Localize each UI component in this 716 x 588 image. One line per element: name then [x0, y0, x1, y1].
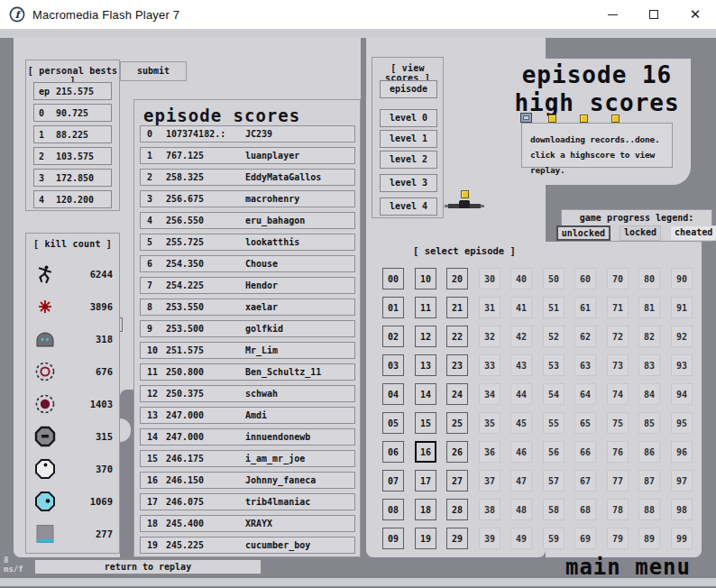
maximize-button[interactable] — [633, 0, 675, 29]
episode-cell-87[interactable]: 87 — [638, 470, 660, 492]
episode-cell-11[interactable]: 11 — [415, 297, 436, 318]
episode-cell-91[interactable]: 91 — [671, 297, 693, 318]
episode-cell-00[interactable]: 00 — [382, 268, 404, 289]
score-row[interactable]: 12250.375schwah — [140, 385, 355, 402]
episode-cell-18[interactable]: 18 — [415, 499, 436, 520]
episode-cell-75[interactable]: 75 — [607, 412, 629, 434]
episode-cell-77[interactable]: 77 — [607, 470, 629, 492]
score-row[interactable]: 6254.350Chouse — [140, 255, 355, 272]
episode-cell-40[interactable]: 40 — [510, 268, 532, 289]
episode-cell-50[interactable]: 50 — [543, 268, 565, 289]
minimize-button[interactable] — [592, 0, 633, 29]
score-row[interactable]: 13247.000Amdi — [140, 407, 355, 424]
episode-cell-56[interactable]: 56 — [543, 441, 565, 463]
episode-cell-65[interactable]: 65 — [574, 412, 596, 434]
episode-cell-59[interactable]: 59 — [543, 528, 565, 549]
episode-cell-96[interactable]: 96 — [671, 441, 693, 463]
episode-cell-26[interactable]: 26 — [446, 441, 468, 463]
episode-cell-88[interactable]: 88 — [638, 499, 660, 520]
episode-cell-05[interactable]: 05 — [382, 412, 404, 434]
score-row[interactable]: 10251.575Mr_Lim — [140, 342, 355, 359]
episode-cell-81[interactable]: 81 — [638, 297, 660, 318]
score-row[interactable]: 2258.325EddyMataGallos — [140, 169, 355, 186]
episode-cell-17[interactable]: 17 — [415, 470, 436, 492]
episode-cell-90[interactable]: 90 — [671, 268, 693, 289]
view-episode-button[interactable]: episode — [380, 80, 437, 98]
episode-cell-76[interactable]: 76 — [607, 441, 629, 463]
episode-cell-44[interactable]: 44 — [510, 383, 532, 405]
episode-cell-14[interactable]: 14 — [415, 383, 436, 405]
episode-cell-37[interactable]: 37 — [479, 470, 500, 492]
episode-cell-64[interactable]: 64 — [574, 383, 596, 405]
episode-cell-20[interactable]: 20 — [446, 268, 468, 289]
score-row[interactable]: 18245.400XRAYX — [140, 515, 355, 532]
episode-cell-68[interactable]: 68 — [574, 499, 596, 520]
score-row[interactable]: 15246.175i_am_mr_joe — [140, 450, 355, 467]
score-row[interactable]: 14247.000innuendonewb — [140, 428, 355, 446]
episode-cell-74[interactable]: 74 — [607, 383, 629, 405]
episode-cell-03[interactable]: 03 — [382, 354, 404, 376]
score-row[interactable]: 17246.075trib4lmaniac — [140, 493, 355, 510]
episode-cell-83[interactable]: 83 — [638, 354, 660, 376]
episode-cell-24[interactable]: 24 — [446, 383, 468, 405]
score-row[interactable]: 1767.125luanplayer — [140, 147, 355, 164]
episode-cell-67[interactable]: 67 — [574, 470, 596, 492]
episode-cell-10[interactable]: 10 — [415, 268, 436, 289]
episode-cell-42[interactable]: 42 — [510, 326, 532, 347]
episode-cell-48[interactable]: 48 — [510, 499, 532, 520]
episode-cell-89[interactable]: 89 — [638, 528, 660, 549]
episode-cell-84[interactable]: 84 — [638, 383, 660, 405]
episode-cell-22[interactable]: 22 — [446, 326, 468, 347]
episode-cell-93[interactable]: 93 — [671, 354, 693, 376]
episode-cell-73[interactable]: 73 — [607, 354, 629, 376]
episode-cell-01[interactable]: 01 — [382, 297, 404, 318]
score-row[interactable]: 16246.150Johnny_faneca — [140, 472, 355, 489]
episode-cell-71[interactable]: 71 — [607, 297, 629, 318]
score-row[interactable]: 11250.800Ben_Schultz_11 — [140, 363, 355, 381]
score-row[interactable]: 19245.225cucumber_boy — [140, 537, 355, 554]
episode-cell-19[interactable]: 19 — [415, 528, 436, 549]
episode-cell-30[interactable]: 30 — [479, 268, 500, 289]
episode-cell-34[interactable]: 34 — [479, 383, 500, 405]
main-menu-button[interactable]: main menu — [505, 555, 691, 580]
episode-cell-78[interactable]: 78 — [607, 499, 629, 520]
view-level-4-button[interactable]: level 4 — [380, 198, 437, 216]
episode-cell-28[interactable]: 28 — [446, 499, 468, 520]
episode-cell-53[interactable]: 53 — [543, 354, 565, 376]
episode-cell-46[interactable]: 46 — [510, 441, 532, 463]
episode-cell-21[interactable]: 21 — [446, 297, 468, 318]
episode-cell-95[interactable]: 95 — [671, 412, 693, 434]
episode-cell-38[interactable]: 38 — [479, 499, 500, 520]
episode-cell-33[interactable]: 33 — [479, 354, 500, 376]
close-button[interactable]: ✕ — [675, 0, 716, 29]
episode-cell-98[interactable]: 98 — [671, 499, 693, 520]
episode-cell-12[interactable]: 12 — [415, 326, 436, 347]
episode-cell-49[interactable]: 49 — [510, 528, 532, 549]
episode-cell-27[interactable]: 27 — [446, 470, 468, 492]
submit-button[interactable]: submit — [120, 61, 187, 81]
episode-cell-36[interactable]: 36 — [479, 441, 500, 463]
episode-cell-69[interactable]: 69 — [574, 528, 596, 549]
score-row[interactable]: 9253.500golfkid — [140, 320, 355, 337]
episode-cell-16[interactable]: 16 — [415, 441, 436, 463]
episode-cell-58[interactable]: 58 — [543, 499, 565, 520]
view-level-3-button[interactable]: level 3 — [380, 174, 437, 192]
score-row[interactable]: 4256.550eru_bahagon — [140, 212, 355, 229]
episode-cell-29[interactable]: 29 — [446, 528, 468, 549]
episode-cell-82[interactable]: 82 — [638, 326, 660, 347]
episode-cell-06[interactable]: 06 — [382, 441, 404, 463]
episode-cell-13[interactable]: 13 — [415, 354, 436, 376]
return-to-replay-button[interactable]: return to replay — [34, 559, 262, 574]
episode-cell-32[interactable]: 32 — [479, 326, 500, 347]
episode-cell-08[interactable]: 08 — [382, 499, 404, 520]
score-row[interactable]: 7254.225Hendor — [140, 277, 355, 294]
view-level-0-button[interactable]: level 0 — [380, 109, 437, 127]
episode-cell-72[interactable]: 72 — [607, 326, 629, 347]
episode-cell-99[interactable]: 99 — [671, 528, 693, 549]
episode-cell-25[interactable]: 25 — [446, 412, 468, 434]
view-level-1-button[interactable]: level 1 — [380, 130, 437, 148]
view-level-2-button[interactable]: level 2 — [380, 151, 437, 169]
episode-cell-86[interactable]: 86 — [638, 441, 660, 463]
episode-cell-66[interactable]: 66 — [574, 441, 596, 463]
episode-cell-15[interactable]: 15 — [415, 412, 436, 434]
